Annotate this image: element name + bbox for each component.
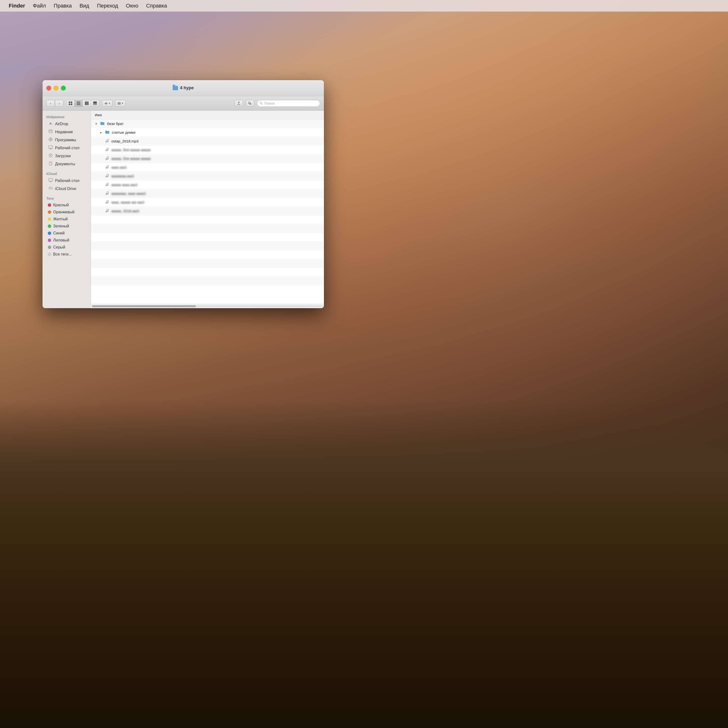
svg-point-22 <box>118 102 119 103</box>
tag-orange-label: Оранжевый <box>53 210 75 214</box>
table-row[interactable]: жжжж, бля жжжж жжжж <box>91 145 324 154</box>
view-list-button[interactable] <box>75 100 83 107</box>
downloads-label: Загрузки <box>55 154 70 158</box>
menu-view[interactable]: Вид <box>76 2 93 10</box>
tag-dot-purple <box>48 239 51 242</box>
view-gallery-button[interactable] <box>91 100 99 107</box>
view-options-button[interactable]: ▾ <box>115 100 125 107</box>
expand-arrow[interactable]: ▼ <box>95 122 99 125</box>
music-icon <box>105 182 109 187</box>
menu-window[interactable]: Окно <box>122 2 142 10</box>
table-row[interactable]: ► слитые демки <box>91 128 324 137</box>
view-columns-button[interactable] <box>83 100 91 107</box>
table-row[interactable]: ostap_2018.mp3 <box>91 137 324 145</box>
title-bar: 4 hype <box>43 80 324 96</box>
icloud-drive-label: iCloud Drive <box>55 187 76 191</box>
svg-rect-36 <box>49 146 52 148</box>
close-button[interactable] <box>46 86 51 90</box>
sidebar-item-tag-gray[interactable]: Серый <box>44 244 89 251</box>
apps-icon <box>48 138 53 143</box>
minimize-button[interactable] <box>54 86 58 90</box>
sidebar-item-downloads[interactable]: Загрузки <box>44 152 89 160</box>
icloud-desktop-icon <box>48 178 53 184</box>
arrange-button[interactable]: ▾ <box>102 100 112 107</box>
sidebar-item-icloud-desktop[interactable]: Рабочий стол <box>44 177 89 185</box>
traffic-lights <box>46 86 66 90</box>
sidebar-item-tag-blue[interactable]: Синий <box>44 230 89 237</box>
window-title: 4 hype <box>173 86 194 90</box>
sidebar-item-tag-green[interactable]: Зеленый <box>44 223 89 229</box>
search-field[interactable]: Поиск <box>257 100 320 107</box>
expand-arrow[interactable]: ► <box>100 131 104 134</box>
folder-icon <box>105 130 109 135</box>
file-name-blurred: жжжж жжж.жж3 <box>112 183 138 187</box>
svg-rect-11 <box>93 104 94 105</box>
tag-dot-orange <box>48 210 51 214</box>
table-row[interactable]: ▼ бизи брат <box>91 119 324 128</box>
toolbar: ‹ › ▾ ▾ <box>43 96 324 111</box>
forward-button[interactable]: › <box>55 100 63 107</box>
table-row[interactable]: жжжжжж.жж3 <box>91 172 324 180</box>
sidebar-item-recents[interactable]: Недавние <box>44 128 89 136</box>
empty-row <box>91 268 324 277</box>
view-icon-button[interactable] <box>66 100 75 107</box>
menu-finder[interactable]: Finder <box>5 2 29 10</box>
tag-button[interactable] <box>246 100 254 107</box>
svg-rect-9 <box>87 101 89 105</box>
sidebar-item-desktop[interactable]: Рабочий стол <box>44 144 89 152</box>
table-row[interactable]: жжжжжж, жжж жжж3 <box>91 189 324 198</box>
sidebar-item-tag-purple[interactable]: Лиловый <box>44 237 89 244</box>
nav-buttons: ‹ › <box>46 100 63 107</box>
svg-point-14 <box>105 102 107 104</box>
share-button[interactable] <box>235 100 243 107</box>
back-button[interactable]: ‹ <box>46 100 55 107</box>
sidebar-item-airdrop[interactable]: AirDrop <box>44 120 89 128</box>
empty-row <box>91 242 324 251</box>
sidebar-item-apps[interactable]: Программы <box>44 136 89 144</box>
sidebar-item-tag-yellow[interactable]: Желтый <box>44 216 89 223</box>
sidebar-item-documents[interactable]: Документы <box>44 160 89 168</box>
sidebar-item-tag-red[interactable]: Красный <box>44 202 89 208</box>
file-name: бизи брат <box>107 122 124 126</box>
maximize-button[interactable] <box>61 86 66 90</box>
menu-edit[interactable]: Правка <box>50 2 75 10</box>
table-row[interactable]: жжжж, бля жжжж жжжж <box>91 154 324 163</box>
svg-rect-12 <box>95 104 95 105</box>
svg-rect-31 <box>49 130 52 133</box>
music-icon <box>105 148 109 152</box>
scrollbar-thumb[interactable] <box>92 305 196 307</box>
music-icon <box>105 139 109 144</box>
file-list-header: Имя <box>91 111 324 119</box>
svg-point-53 <box>107 176 109 177</box>
menu-file[interactable]: Файл <box>29 2 50 10</box>
empty-row <box>91 251 324 259</box>
svg-point-54 <box>106 185 107 186</box>
menu-help[interactable]: Справка <box>142 2 171 10</box>
svg-point-50 <box>106 167 107 169</box>
music-icon <box>105 200 109 205</box>
sidebar-item-icloud-drive[interactable]: iCloud Drive <box>44 185 89 193</box>
empty-row <box>91 224 324 233</box>
table-row[interactable]: жжж.жж3 <box>91 163 324 172</box>
sidebar: Избранное AirDrop <box>43 111 91 308</box>
svg-point-44 <box>106 141 107 142</box>
apps-label: Программы <box>55 138 76 142</box>
menu-go[interactable]: Переход <box>93 2 122 10</box>
svg-point-24 <box>118 104 119 105</box>
icloud-title: iCloud <box>43 170 91 177</box>
svg-point-49 <box>107 158 109 159</box>
table-row[interactable]: жжжж жжж.жж3 <box>91 180 324 189</box>
folder-icon <box>100 122 105 126</box>
svg-rect-4 <box>77 102 80 102</box>
svg-rect-8 <box>86 101 87 105</box>
horizontal-scrollbar[interactable] <box>91 304 324 308</box>
desktop-icon <box>48 145 53 151</box>
icloud-drive-icon <box>48 186 53 191</box>
table-row[interactable]: жжжж, 2018.жж3 <box>91 207 324 216</box>
file-name: слитые демки <box>112 130 135 135</box>
sidebar-item-tag-orange[interactable]: Оранжевый <box>44 209 89 216</box>
table-row[interactable]: жжж, жжжж жж жж3 <box>91 198 324 207</box>
sidebar-item-tag-all[interactable]: Все теги... <box>44 251 89 258</box>
favorites-title: Избранное <box>43 113 91 120</box>
svg-point-23 <box>119 103 120 104</box>
